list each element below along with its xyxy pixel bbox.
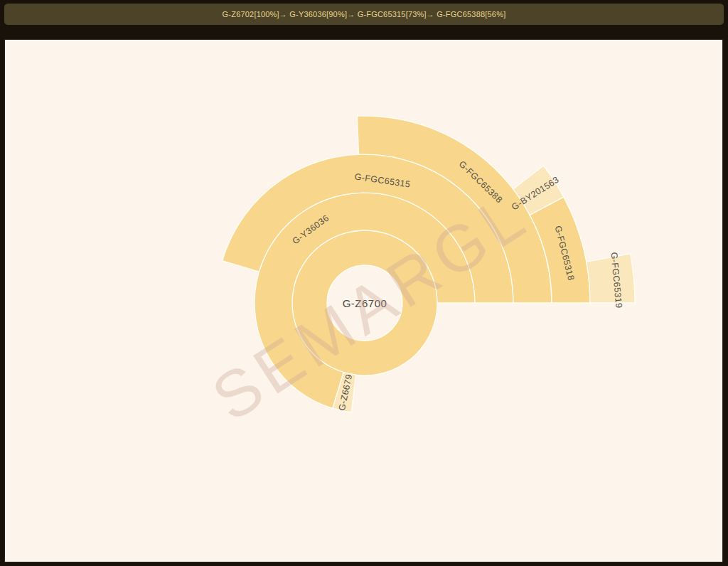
breadcrumb-bar: G-Z6702[100%]→ G-Y36036[90%]→ G-FGC65315… bbox=[4, 4, 724, 25]
breadcrumb: G-Z6702[100%]→ G-Y36036[90%]→ G-FGC65315… bbox=[223, 10, 506, 18]
chart-canvas: G-Z6700 SEMARGL G-Z6679G-Y36036G-FGC6531… bbox=[4, 39, 723, 562]
center-label: G-Z6700 bbox=[343, 297, 387, 309]
app-window: { "window": { "background": "#18120b" },… bbox=[0, 0, 728, 566]
sunburst-segment-g-fgc65319[interactable] bbox=[587, 254, 635, 303]
